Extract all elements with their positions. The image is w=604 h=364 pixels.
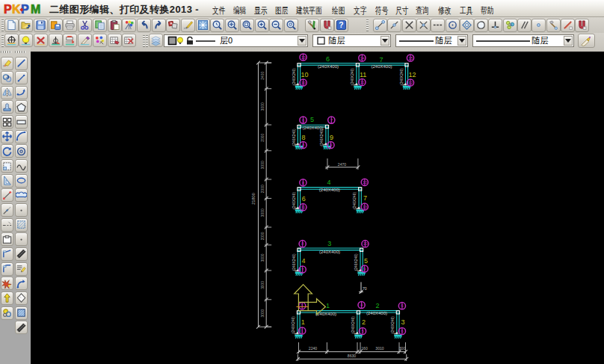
svg-text:3: 3 (401, 318, 405, 326)
svg-text:M: M (31, 3, 40, 16)
svg-text:12: 12 (409, 71, 416, 78)
svg-text:2: 2 (376, 302, 380, 309)
svg-text:5: 5 (364, 257, 368, 265)
svg-text:6: 6 (326, 55, 330, 63)
svg-text:14: 14 (360, 56, 365, 61)
svg-text:8: 8 (302, 134, 306, 141)
svg-text:6: 6 (401, 303, 404, 308)
svg-text:2470: 2470 (338, 162, 346, 167)
svg-text:9: 9 (363, 267, 366, 271)
svg-text:(240X240): (240X240) (353, 192, 357, 209)
svg-text:9: 9 (330, 134, 333, 141)
svg-text:7: 7 (301, 268, 303, 272)
svg-text:(240X240): (240X240) (390, 316, 395, 333)
svg-text:(240X240): (240X240) (399, 68, 404, 85)
svg-text:6: 6 (401, 329, 404, 333)
svg-text:7: 7 (363, 194, 367, 202)
svg-text:(240X240): (240X240) (351, 316, 355, 333)
svg-text:4: 4 (302, 257, 306, 265)
svg-text:13: 13 (363, 205, 367, 209)
svg-text:11: 11 (360, 71, 366, 78)
svg-text:8630: 8630 (348, 354, 356, 358)
svg-text:6: 6 (302, 195, 306, 203)
svg-text:8: 8 (301, 241, 303, 246)
svg-text:(240X240): (240X240) (291, 316, 295, 333)
svg-text:8: 8 (302, 143, 304, 147)
svg-text:K: K (12, 3, 21, 16)
svg-text:(240X400): (240X400) (366, 310, 387, 315)
svg-text:4: 4 (327, 179, 330, 186)
svg-text:(240X400): (240X400) (319, 187, 340, 192)
svg-text:11: 11 (360, 80, 365, 84)
svg-text:(240X400): (240X400) (303, 125, 324, 130)
svg-text:(240X240): (240X240) (350, 68, 354, 85)
svg-text:(240X400): (240X400) (318, 64, 339, 69)
svg-text:300: 300 (399, 346, 406, 351)
svg-text:10: 10 (363, 241, 368, 246)
svg-text:1: 1 (301, 329, 303, 333)
svg-text:7: 7 (330, 118, 333, 123)
svg-text:1: 1 (326, 302, 330, 309)
svg-text:(240X240): (240X240) (354, 253, 358, 271)
svg-text:70: 70 (363, 286, 367, 291)
svg-text:2240: 2240 (309, 346, 317, 351)
svg-text:(240X240): (240X240) (292, 253, 296, 271)
svg-text:(240X400): (240X400) (372, 64, 392, 69)
svg-text:(240X400): (240X400) (315, 311, 336, 316)
svg-text:(240X400): (240X400) (319, 249, 340, 254)
svg-text:8: 8 (302, 181, 304, 185)
svg-text:(240X240): (240X240) (319, 129, 324, 146)
svg-text:5: 5 (362, 329, 364, 333)
svg-text:160: 160 (361, 346, 368, 351)
svg-text:3000: 3000 (261, 161, 265, 169)
svg-text:3000: 3000 (261, 209, 265, 217)
svg-text:13: 13 (301, 55, 306, 60)
svg-text:12: 12 (408, 81, 413, 85)
svg-text:10: 10 (363, 180, 367, 185)
svg-text:4: 4 (360, 303, 363, 307)
svg-text:(240X240): (240X240) (292, 192, 296, 209)
svg-text:6: 6 (302, 118, 304, 123)
svg-text:11: 11 (301, 205, 306, 209)
svg-text:10: 10 (301, 81, 306, 85)
svg-text:3000: 3000 (261, 102, 265, 111)
svg-text:10: 10 (301, 71, 309, 78)
svg-text:(240X240): (240X240) (292, 129, 296, 146)
svg-text:3000: 3000 (261, 253, 265, 262)
svg-text:3: 3 (327, 240, 331, 247)
svg-text:?: ? (339, 21, 344, 29)
svg-text:21800: 21800 (251, 193, 256, 205)
svg-text:2: 2 (362, 318, 366, 326)
svg-text:2000: 2000 (261, 185, 265, 193)
svg-text:5: 5 (310, 116, 314, 123)
svg-text:7: 7 (379, 56, 383, 64)
svg-text:3010: 3010 (375, 346, 383, 351)
svg-text:3000: 3000 (261, 281, 265, 289)
svg-text:1: 1 (301, 318, 305, 326)
svg-text:(240X240): (240X240) (292, 68, 296, 85)
svg-text:15: 15 (408, 56, 413, 61)
svg-text:2000: 2000 (261, 134, 265, 142)
svg-text:P: P (4, 3, 12, 16)
svg-text:9: 9 (330, 143, 332, 147)
svg-text:1: 1 (301, 303, 303, 308)
svg-text:3000: 3000 (261, 309, 265, 317)
svg-text:2400: 2400 (261, 72, 265, 80)
svg-text:2000: 2000 (261, 232, 265, 240)
